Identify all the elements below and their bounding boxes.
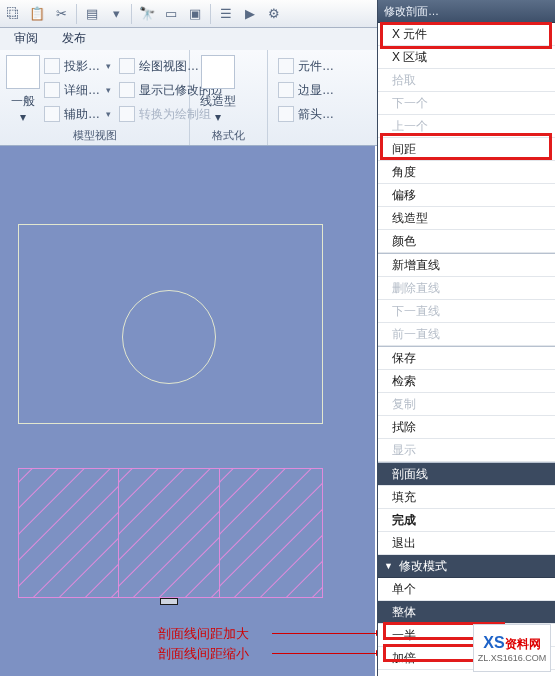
menu-item: 复制 [378, 393, 555, 416]
panel-title: 修改剖面… [378, 0, 555, 22]
selection-handle[interactable] [160, 598, 178, 605]
showmod-icon [119, 82, 135, 98]
projection-label: 投影… [64, 58, 100, 75]
projection-icon [44, 58, 60, 74]
group-label: 模型视图 [6, 126, 183, 143]
aux-button[interactable]: 辅助…▾ [44, 104, 111, 124]
aux-label: 辅助… [64, 106, 100, 123]
projection-button[interactable]: 投影…▾ [44, 56, 111, 76]
triangle-down-icon: ▼ [384, 561, 393, 571]
menu-item: 上一个 [378, 115, 555, 138]
cut-icon[interactable]: ✂ [52, 5, 70, 23]
edgedisp-label: 边显… [298, 82, 334, 99]
eraser-icon [6, 55, 40, 89]
component-label: 元件… [298, 58, 334, 75]
detail-icon [44, 82, 60, 98]
group-label: 格式化 [196, 126, 261, 143]
menu-item[interactable]: 线造型 [378, 207, 555, 230]
menu-item: 删除直线 [378, 277, 555, 300]
chevron-down-icon: ▾ [106, 61, 111, 71]
annotation-text: 剖面线间距缩小 [158, 645, 249, 663]
menu-item[interactable]: 保存 [378, 347, 555, 370]
menu-item[interactable]: 颜色 [378, 230, 555, 253]
detail-button[interactable]: 详细…▾ [44, 80, 111, 100]
select-icon[interactable]: ▭ [162, 5, 180, 23]
menu-item[interactable]: 角度 [378, 161, 555, 184]
chevron-down-icon: ▾ [106, 109, 111, 119]
paste-icon[interactable]: 📋 [28, 5, 46, 23]
general-button[interactable]: 一般 ▾ [6, 54, 40, 124]
menu-item: 下一个 [378, 92, 555, 115]
mode-header[interactable]: ▼修改模式 [378, 555, 555, 578]
annotation-text: 剖面线间距加大 [158, 625, 249, 643]
mode-item[interactable]: 整体 [378, 601, 555, 624]
ribbon-group-format: 线造型 ▾ 格式化 [190, 50, 268, 145]
hatch-box[interactable] [18, 468, 119, 598]
component-icon [278, 58, 294, 74]
separator [131, 4, 132, 24]
edgedisp-button[interactable]: 边显… [278, 80, 334, 100]
edgedisp-icon [278, 82, 294, 98]
menu-item[interactable]: 剖面线 [378, 463, 555, 486]
convert-icon [119, 106, 135, 122]
menu-item[interactable]: 偏移 [378, 184, 555, 207]
aux-icon [44, 106, 60, 122]
layers-icon[interactable]: ▤ [83, 5, 101, 23]
window-icon[interactable]: ▣ [186, 5, 204, 23]
doc-icon[interactable]: ☰ [217, 5, 235, 23]
menu-item[interactable]: 退出 [378, 532, 555, 555]
tab-publish[interactable]: 发布 [56, 27, 92, 50]
menu-item: 显示 [378, 439, 555, 462]
menu-item: 拾取 [378, 69, 555, 92]
separator [76, 4, 77, 24]
menu-item[interactable]: 填充 [378, 486, 555, 509]
annotation-arrow [272, 653, 382, 654]
hatch-box[interactable] [119, 468, 220, 598]
menu-item: 前一直线 [378, 323, 555, 346]
detail-label: 详细… [64, 82, 100, 99]
annotation-arrow [272, 633, 382, 634]
layers-dd-icon[interactable]: ▾ [107, 5, 125, 23]
binoculars-icon[interactable]: 🔭 [138, 5, 156, 23]
circle-shape[interactable] [122, 290, 216, 384]
arrow-icon [278, 106, 294, 122]
panel-body: X 元件X 区域拾取下一个上一个间距角度偏移线造型颜色新增直线删除直线下一直线前… [378, 22, 555, 676]
gear-icon[interactable]: ⚙ [265, 5, 283, 23]
menu-item[interactable]: 新增直线 [378, 254, 555, 277]
watermark-logo: XS资料网 [483, 634, 540, 653]
menu-item[interactable]: X 元件 [378, 23, 555, 46]
tab-review[interactable]: 审阅 [8, 27, 44, 50]
general-label: 一般 [11, 93, 35, 110]
drawing-canvas[interactable] [0, 146, 375, 676]
panel-title-text: 修改剖面… [384, 4, 439, 19]
hatch-box[interactable] [220, 468, 323, 598]
chevron-down-icon: ▾ [106, 85, 111, 95]
copy-icon[interactable]: ⿻ [4, 5, 22, 23]
separator [210, 4, 211, 24]
menu-item: 下一直线 [378, 300, 555, 323]
menu-item[interactable]: 间距 [378, 138, 555, 161]
arrow-label: 箭头… [298, 106, 334, 123]
play-icon[interactable]: ▶ [241, 5, 259, 23]
watermark-url: ZL.XS1616.COM [478, 653, 547, 663]
linestyle-icon [201, 55, 235, 89]
menu-item[interactable]: 完成 [378, 509, 555, 532]
linestyle-button[interactable]: 线造型 ▾ [196, 54, 240, 124]
chevron-down-icon: ▾ [215, 110, 221, 124]
component-button[interactable]: 元件… [278, 56, 334, 76]
chevron-down-icon: ▾ [20, 110, 26, 124]
menu-item[interactable]: 检索 [378, 370, 555, 393]
mode-item[interactable]: 单个 [378, 578, 555, 601]
side-panel: 修改剖面… X 元件X 区域拾取下一个上一个间距角度偏移线造型颜色新增直线删除直… [377, 0, 555, 676]
arrow-button[interactable]: 箭头… [278, 104, 334, 124]
ribbon-group-model-view: 一般 ▾ 投影…▾ 详细…▾ 辅助…▾ 绘图视图… 显示已修改的边 转换为绘制组… [0, 50, 190, 145]
watermark: XS资料网 ZL.XS1616.COM [473, 624, 551, 672]
menu-item[interactable]: 拭除 [378, 416, 555, 439]
drawview-icon [119, 58, 135, 74]
hatch-group[interactable] [18, 468, 323, 598]
linestyle-label: 线造型 [200, 93, 236, 110]
menu-item[interactable]: X 区域 [378, 46, 555, 69]
